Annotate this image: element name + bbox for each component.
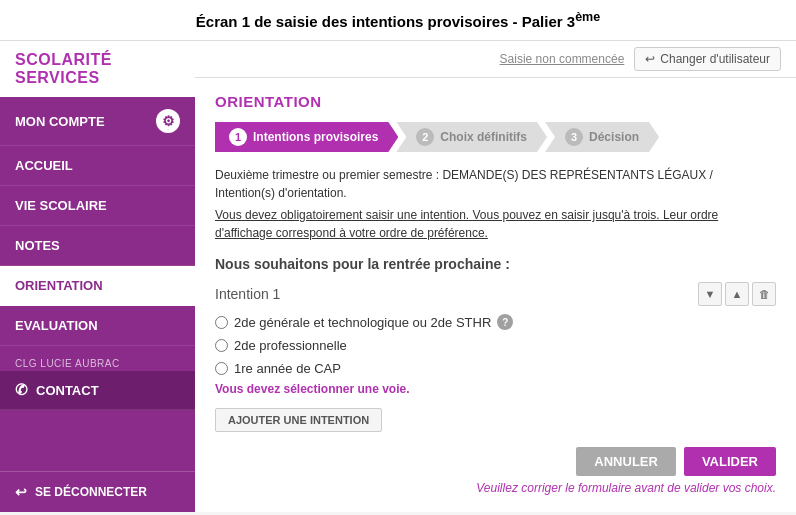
steps-bar: 1 Intentions provisoires 2 Choix définit… [215, 122, 776, 152]
step-1: 1 Intentions provisoires [215, 122, 398, 152]
annuler-button[interactable]: ANNULER [576, 447, 676, 476]
radio-option-2[interactable]: 2de professionnelle [215, 338, 776, 353]
sidebar-logo: SCOLARITÉ SERVICES [0, 41, 195, 97]
page-title-bar: Écran 1 de saisie des intentions proviso… [0, 0, 796, 41]
content-area: ORIENTATION 1 Intentions provisoires 2 C… [195, 78, 796, 512]
gear-icon: ⚙ [156, 109, 180, 133]
error-select: Vous devez sélectionner une voie. [215, 382, 776, 396]
delete-button[interactable]: 🗑 [752, 282, 776, 306]
top-bar: Saisie non commencée ↩ Changer d'utilisa… [195, 41, 796, 78]
sidebar-item-mon-compte[interactable]: MON COMPTE ⚙ [0, 97, 195, 146]
logout-icon: ↩ [15, 484, 27, 500]
sidebar-item-evaluation[interactable]: EVALUATION [0, 306, 195, 346]
step-3: 3 Décision [545, 122, 659, 152]
radio-label-3: 1re année de CAP [234, 361, 341, 376]
orientation-section-title: ORIENTATION [215, 93, 776, 110]
page-title-sup: ème [575, 10, 600, 24]
radio-option-1[interactable]: 2de générale et technologique ou 2de STH… [215, 314, 776, 330]
clg-label: CLG LUCIE AUBRAC [0, 350, 195, 371]
add-intention-button[interactable]: AJOUTER UNE INTENTION [215, 408, 382, 432]
sidebar-item-accueil[interactable]: ACCUEIL [0, 146, 195, 186]
sidebar-item-vie-scolaire[interactable]: VIE SCOLAIRE [0, 186, 195, 226]
info-text-1: Deuxième trimestre ou premier semestre :… [215, 166, 776, 202]
saisie-status: Saisie non commencée [500, 52, 625, 66]
main-area: Saisie non commencée ↩ Changer d'utilisa… [195, 41, 796, 512]
radio-option-3[interactable]: 1re année de CAP [215, 361, 776, 376]
change-user-icon: ↩ [645, 52, 655, 66]
bottom-actions: ANNULER VALIDER Veuillez corriger le for… [215, 447, 776, 495]
step-1-number: 1 [229, 128, 247, 146]
intention-header: Intention 1 ▼ ▲ 🗑 [215, 282, 776, 306]
info-text-2: Vous devez obligatoirement saisir une in… [215, 206, 776, 242]
step-3-number: 3 [565, 128, 583, 146]
radio-label-2: 2de professionnelle [234, 338, 347, 353]
logout-button[interactable]: ↩ SE DÉCONNECTER [0, 471, 195, 512]
arrow-up-button[interactable]: ▲ [725, 282, 749, 306]
step-2: 2 Choix définitifs [396, 122, 547, 152]
contact-button[interactable]: ✆ CONTACT [0, 371, 195, 410]
step-2-number: 2 [416, 128, 434, 146]
arrow-down-button[interactable]: ▼ [698, 282, 722, 306]
sidebar: SCOLARITÉ SERVICES MON COMPTE ⚙ ACCUEIL … [0, 41, 195, 512]
valider-button[interactable]: VALIDER [684, 447, 776, 476]
sidebar-item-orientation[interactable]: ORIENTATION [0, 266, 195, 306]
intention-label: Intention 1 [215, 286, 280, 302]
phone-icon: ✆ [15, 381, 28, 399]
btn-row: ANNULER VALIDER [576, 447, 776, 476]
radio-label-1: 2de générale et technologique ou 2de STH… [234, 315, 491, 330]
correction-error: Veuillez corriger le formulaire avant de… [476, 481, 776, 495]
intention-controls: ▼ ▲ 🗑 [698, 282, 776, 306]
page-title-text: Écran 1 de saisie des intentions proviso… [196, 13, 575, 30]
sidebar-item-notes[interactable]: NOTES [0, 226, 195, 266]
change-user-button[interactable]: ↩ Changer d'utilisateur [634, 47, 781, 71]
help-icon-1[interactable]: ? [497, 314, 513, 330]
intent-question: Nous souhaitons pour la rentrée prochain… [215, 256, 776, 272]
